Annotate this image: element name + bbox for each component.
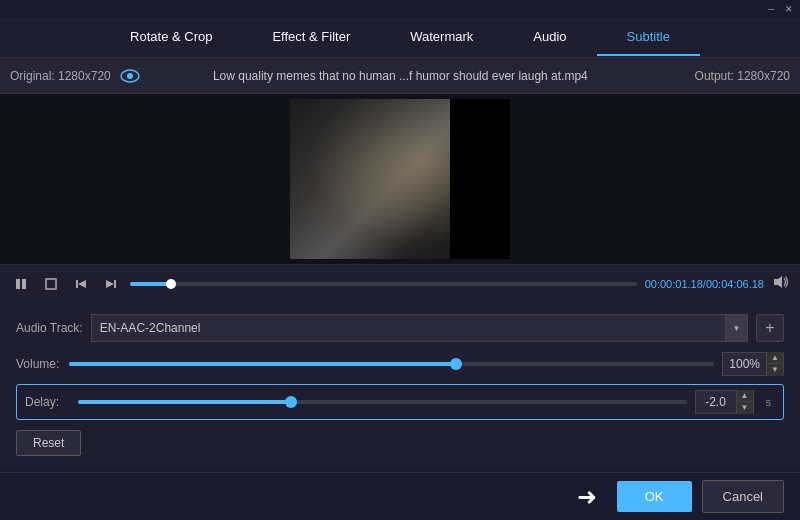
delay-label: Delay:	[25, 395, 70, 409]
total-time: 00:04:06.18	[706, 278, 764, 290]
stop-button[interactable]	[40, 273, 62, 295]
time-display: 00:00:01.18/00:04:06.18	[645, 278, 764, 290]
arrow-icon: ➜	[577, 483, 597, 511]
delay-fill	[78, 400, 291, 404]
delay-value-box: -2.0 ▲ ▼	[695, 390, 754, 414]
original-resolution: Original: 1280x720	[10, 65, 141, 87]
svg-point-1	[127, 73, 133, 79]
delay-up-button[interactable]: ▲	[737, 390, 753, 402]
volume-thumb	[450, 358, 462, 370]
info-bar: Original: 1280x720 Low quality memes tha…	[0, 58, 800, 94]
svg-rect-2	[16, 279, 20, 289]
volume-value-box: 100% ▲ ▼	[722, 352, 784, 376]
tab-subtitle[interactable]: Subtitle	[597, 19, 700, 56]
cancel-button[interactable]: Cancel	[702, 480, 784, 513]
volume-up-button[interactable]: ▲	[767, 352, 783, 364]
volume-row: Volume: 100% ▲ ▼	[16, 352, 784, 376]
svg-rect-3	[22, 279, 26, 289]
progress-thumb	[166, 279, 176, 289]
volume-fill	[69, 362, 456, 366]
svg-rect-7	[114, 280, 116, 288]
delay-row: Delay: -2.0 ▲ ▼ s	[25, 390, 775, 414]
chevron-down-icon: ▼	[733, 324, 741, 333]
delay-value: -2.0	[696, 395, 736, 409]
delay-slider[interactable]	[78, 400, 687, 404]
tab-bar: Rotate & Crop Effect & Filter Watermark …	[0, 18, 800, 58]
progress-bar[interactable]	[130, 282, 637, 286]
black-bar-right	[450, 99, 510, 259]
eye-icon[interactable]	[119, 65, 141, 87]
tab-effect-filter[interactable]: Effect & Filter	[242, 19, 380, 56]
delay-spinners: ▲ ▼	[736, 390, 753, 414]
delay-row-wrapper: Delay: -2.0 ▲ ▼ s	[16, 384, 784, 420]
volume-spinners: ▲ ▼	[766, 352, 783, 376]
volume-value: 100%	[723, 357, 766, 371]
delay-unit: s	[762, 396, 776, 408]
track-select-wrapper: EN-AAC-2Channel ▼	[91, 314, 748, 342]
volume-down-button[interactable]: ▼	[767, 364, 783, 376]
volume-slider[interactable]	[69, 362, 714, 366]
current-time: 00:00:01.18	[645, 278, 703, 290]
video-preview-area	[0, 94, 800, 264]
pause-button[interactable]	[10, 273, 32, 295]
audio-track-row: Audio Track: EN-AAC-2Channel ▼ +	[16, 314, 784, 342]
original-label: Original: 1280x720	[10, 69, 111, 83]
tab-rotate-crop[interactable]: Rotate & Crop	[100, 19, 242, 56]
progress-fill	[130, 282, 171, 286]
track-select-display[interactable]: EN-AAC-2Channel	[91, 314, 726, 342]
volume-icon[interactable]	[772, 275, 790, 292]
audio-section: Audio Track: EN-AAC-2Channel ▼ + Volume:…	[0, 302, 800, 468]
bottom-bar: ➜ OK Cancel	[0, 472, 800, 520]
svg-rect-5	[76, 280, 78, 288]
tab-watermark[interactable]: Watermark	[380, 19, 503, 56]
next-button[interactable]	[100, 273, 122, 295]
volume-label: Volume:	[16, 357, 61, 371]
ok-button[interactable]: OK	[617, 481, 692, 512]
window-chrome: ─ ✕	[0, 0, 800, 18]
svg-rect-4	[46, 279, 56, 289]
svg-marker-6	[78, 280, 86, 288]
delay-thumb	[285, 396, 297, 408]
output-resolution: Output: 1280x720	[660, 69, 790, 83]
svg-marker-8	[106, 280, 114, 288]
audio-track-label: Audio Track:	[16, 321, 83, 335]
video-frame	[290, 99, 510, 259]
svg-marker-9	[774, 276, 782, 288]
delay-down-button[interactable]: ▼	[737, 402, 753, 414]
track-dropdown-arrow[interactable]: ▼	[726, 314, 748, 342]
reset-button[interactable]: Reset	[16, 430, 81, 456]
file-name: Low quality memes that no human ...f hum…	[141, 69, 660, 83]
minimize-button[interactable]: ─	[764, 2, 778, 16]
prev-button[interactable]	[70, 273, 92, 295]
tab-audio[interactable]: Audio	[503, 19, 596, 56]
close-button[interactable]: ✕	[782, 2, 796, 16]
playback-controls: 00:00:01.18/00:04:06.18	[0, 264, 800, 302]
add-track-button[interactable]: +	[756, 314, 784, 342]
